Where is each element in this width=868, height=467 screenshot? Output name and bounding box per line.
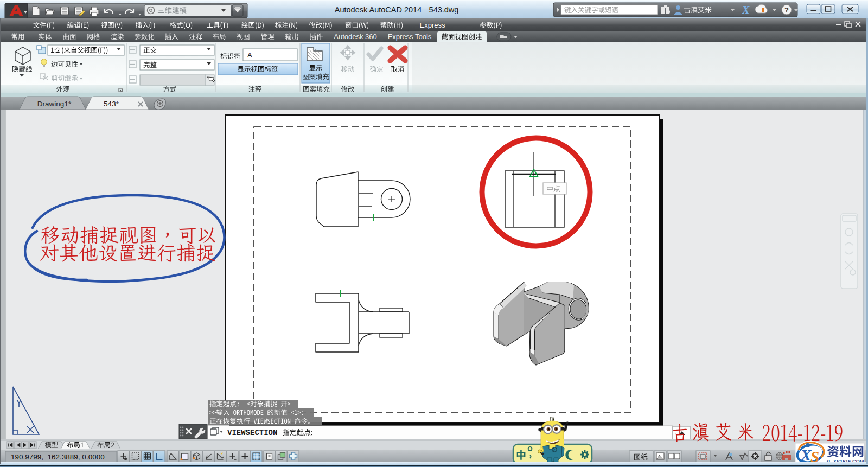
svg-text:543*: 543* [104,100,119,108]
svg-text:X: X [742,4,750,16]
svg-text:Express: Express [420,21,445,29]
svg-text:VIEWSECTION: VIEWSECTION [227,428,277,437]
svg-text:X: X [800,446,812,464]
svg-text:Autodesk AutoCAD 2014: Autodesk AutoCAD 2014 [335,5,422,14]
svg-text:Drawing1*: Drawing1* [37,100,72,108]
svg-text:Autodesk 360: Autodesk 360 [334,33,377,41]
svg-text:543.dwg: 543.dwg [429,5,459,14]
svg-text:Express Tools: Express Tools [388,33,432,41]
svg-text:?: ? [784,6,789,14]
svg-text:A: A [247,51,252,59]
svg-text:190.9799, 162.3889, 0.0000: 190.9799, 162.3889, 0.0000 [11,453,105,461]
